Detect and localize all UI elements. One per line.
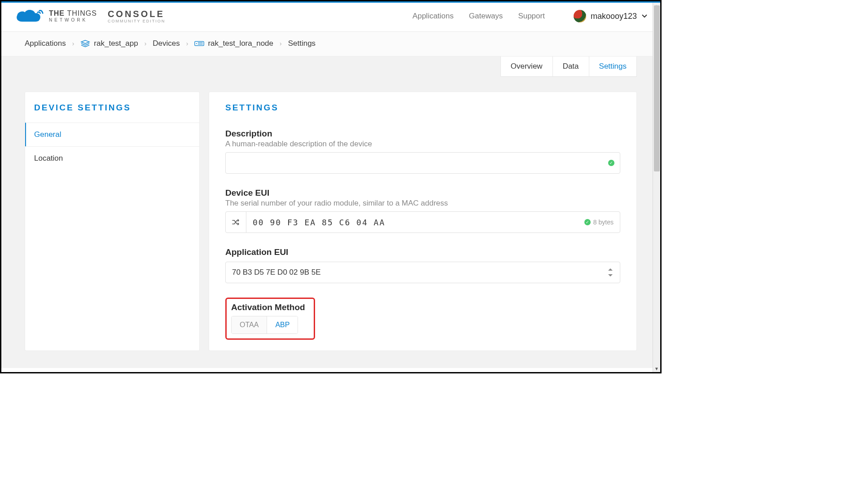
device-eui-bytes: 8 bytes — [593, 219, 614, 226]
scroll-down-icon[interactable]: ▼ — [653, 365, 660, 373]
check-icon — [608, 160, 614, 166]
panel-title: SETTINGS — [225, 103, 620, 113]
stack-icon — [80, 39, 90, 48]
nav-applications[interactable]: Applications — [412, 12, 454, 21]
breadcrumb-devices[interactable]: Devices — [153, 39, 180, 48]
svg-rect-2 — [198, 43, 203, 43]
cloud-icon — [14, 7, 44, 25]
activation-segmented: OTAA ABP — [231, 316, 298, 334]
activation-method-highlight: Activation Method OTAA ABP — [225, 298, 315, 340]
shuffle-icon — [232, 219, 241, 226]
username: makoooy123 — [591, 12, 637, 21]
description-input[interactable] — [226, 153, 620, 173]
breadcrumb-applications[interactable]: Applications — [25, 39, 66, 48]
settings-panel: SETTINGS Description A human-readable de… — [209, 92, 637, 351]
device-settings-sidebar: DEVICE SETTINGS General Location — [25, 92, 200, 351]
breadcrumb-bar: Applications › rak_test_app › Devices › … — [1, 32, 660, 57]
activation-option-otaa[interactable]: OTAA — [232, 316, 267, 333]
sort-icon — [607, 268, 614, 276]
shuffle-button[interactable] — [226, 212, 246, 232]
app-eui-select[interactable]: 70 B3 D5 7E D0 02 9B 5E — [225, 262, 620, 283]
device-tabs: Overview Data Settings — [501, 57, 637, 77]
description-label: Description — [225, 129, 620, 139]
field-description: Description A human-readable description… — [225, 129, 620, 174]
chevron-right-icon: › — [72, 40, 75, 47]
device-eui-value[interactable]: 00 90 F3 EA 85 C6 04 AA — [246, 218, 385, 227]
breadcrumb: Applications › rak_test_app › Devices › … — [25, 39, 637, 48]
sidebar-title: DEVICE SETTINGS — [25, 92, 199, 123]
breadcrumb-settings: Settings — [288, 39, 316, 48]
app-eui-label: Application EUI — [225, 247, 620, 257]
header: THE THINGS NETWORK CONSOLE COMMUNITY EDI… — [1, 3, 660, 32]
device-icon — [194, 39, 204, 48]
scrollbar-thumb[interactable] — [654, 5, 660, 171]
chevron-right-icon: › — [280, 40, 282, 47]
svg-rect-3 — [198, 44, 203, 44]
field-application-eui: Application EUI 70 B3 D5 7E D0 02 9B 5E — [225, 247, 620, 283]
page-body: Overview Data Settings DEVICE SETTINGS G… — [1, 57, 660, 368]
tab-overview[interactable]: Overview — [500, 57, 553, 77]
description-help: A human-readable description of the devi… — [225, 140, 620, 149]
activation-option-abp[interactable]: ABP — [267, 316, 298, 333]
tab-settings[interactable]: Settings — [589, 57, 637, 77]
avatar — [574, 10, 586, 22]
chevron-right-icon: › — [145, 40, 147, 47]
chevron-down-icon — [641, 14, 648, 18]
user-menu[interactable]: makoooy123 — [574, 10, 648, 22]
breadcrumb-app[interactable]: rak_test_app — [80, 39, 138, 48]
brand[interactable]: THE THINGS NETWORK CONSOLE COMMUNITY EDI… — [14, 7, 165, 25]
tab-data[interactable]: Data — [552, 57, 589, 77]
top-nav: Applications Gateways Support makoooy123 — [412, 10, 648, 22]
activation-label: Activation Method — [231, 302, 309, 312]
brand-things: THINGS — [67, 9, 96, 17]
check-icon — [584, 219, 591, 225]
brand-network: NETWORK — [49, 18, 97, 22]
sidebar-item-location[interactable]: Location — [25, 146, 199, 170]
app-eui-value: 70 B3 D5 7E D0 02 9B 5E — [232, 268, 321, 277]
brand-edition: COMMUNITY EDITION — [108, 19, 165, 23]
sidebar-item-general[interactable]: General — [25, 123, 199, 146]
device-eui-label: Device EUI — [225, 188, 620, 198]
brand-the: THE — [49, 9, 65, 17]
device-eui-help: The serial number of your radio module, … — [225, 199, 620, 208]
nav-gateways[interactable]: Gateways — [469, 12, 503, 21]
svg-point-1 — [196, 43, 197, 44]
nav-support[interactable]: Support — [518, 12, 545, 21]
breadcrumb-device[interactable]: rak_test_lora_node — [194, 39, 273, 48]
scrollbar[interactable]: ▲ ▼ — [653, 3, 660, 372]
brand-console: CONSOLE — [108, 9, 165, 18]
chevron-right-icon: › — [186, 40, 189, 47]
field-device-eui: Device EUI The serial number of your rad… — [225, 188, 620, 233]
